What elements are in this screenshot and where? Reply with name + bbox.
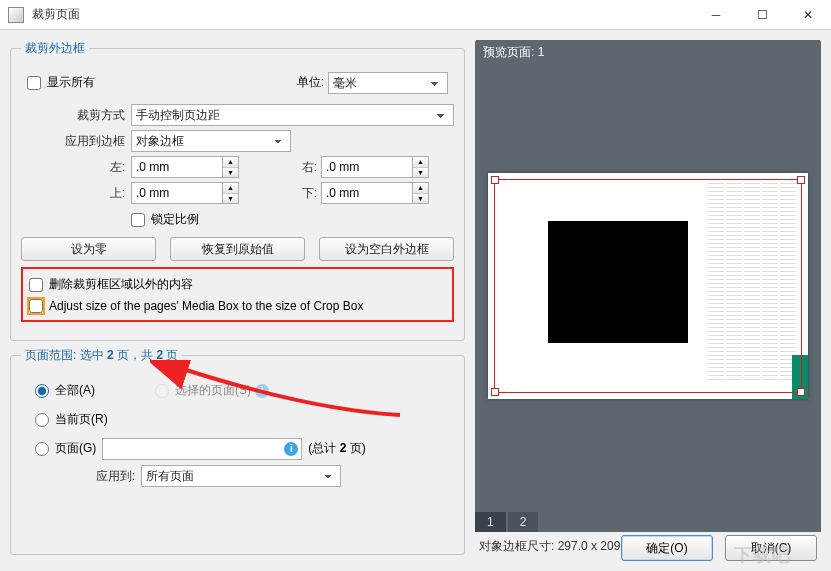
crop-handle-bl[interactable] [491,388,499,396]
show-all-checkbox[interactable]: 显示所有 [27,71,95,94]
crop-handle-tl[interactable] [491,176,499,184]
restore-original-button[interactable]: 恢复到原始值 [170,237,305,261]
info-icon[interactable]: i [255,384,269,398]
left-label: 左: [21,159,131,176]
minimize-button[interactable]: ─ [693,0,739,30]
set-blank-border-button[interactable]: 设为空白外边框 [319,237,454,261]
close-button[interactable]: ✕ [785,0,831,30]
ok-button[interactable]: 确定(O) [621,535,713,561]
crop-method-select[interactable]: 手动控制页边距 [131,104,454,126]
apply-to-border-select[interactable]: 对象边框 [131,130,291,152]
crop-frame[interactable] [494,179,802,393]
radio-selected[interactable]: 选择的页面(S)i [155,378,269,403]
left-spin[interactable]: ▲▼ [131,156,239,178]
radio-pages[interactable]: 页面(G) [35,436,96,461]
radio-current[interactable]: 当前页(R) [35,407,108,432]
crop-method-label: 裁剪方式 [21,107,131,124]
pages-input[interactable] [102,438,302,460]
window-title: 裁剪页面 [32,6,693,23]
preview-tab-1[interactable]: 1 [475,512,506,532]
apply-to-border-label: 应用到边框 [21,133,131,150]
set-zero-button[interactable]: 设为零 [21,237,156,261]
unit-select[interactable]: 毫米 [328,72,448,94]
preview-page-tabs: 1 2 [475,512,821,532]
crop-handle-tr[interactable] [797,176,805,184]
right-label: 右: [239,159,321,176]
crop-outer-border-group: 裁剪外边框 显示所有 单位: 毫米 裁剪方式 手动控制页边距 [10,40,465,341]
preview-tab-2[interactable]: 2 [508,512,539,532]
maximize-button[interactable]: ☐ [739,0,785,30]
bottom-label: 下: [239,185,321,202]
title-bar: 裁剪页面 ─ ☐ ✕ [0,0,831,30]
apply-to-select[interactable]: 所有页面 [141,465,341,487]
total-pages-label: (总计 2 页) [308,440,365,457]
delete-outside-checkbox[interactable]: 删除裁剪框区域以外的内容 [29,273,446,296]
lock-ratio-checkbox[interactable]: 锁定比例 [131,208,199,231]
group-legend: 裁剪外边框 [21,40,89,57]
preview-header: 预览页面: 1 [475,40,821,65]
info-icon[interactable]: i [284,442,298,456]
right-spin[interactable]: ▲▼ [321,156,429,178]
page-range-group: 页面范围: 选中 2 页，共 2 页 全部(A) 选择的页面(S)i 当前页(R… [10,347,465,555]
adjust-mediabox-checkbox[interactable]: Adjust size of the pages' Media Box to t… [29,296,446,316]
top-spin[interactable]: ▲▼ [131,182,239,204]
app-icon [8,7,24,23]
unit-label: 单位: [297,74,324,91]
preview-area [475,65,821,512]
page-preview[interactable] [488,173,808,399]
apply-to-label: 应用到: [21,468,141,485]
radio-all[interactable]: 全部(A) [35,378,95,403]
crop-handle-br[interactable] [797,388,805,396]
bottom-spin[interactable]: ▲▼ [321,182,429,204]
highlighted-options: 删除裁剪框区域以外的内容 Adjust size of the pages' M… [21,267,454,322]
cancel-button[interactable]: 取消(C) [725,535,817,561]
top-label: 上: [21,185,131,202]
page-range-legend: 页面范围: 选中 2 页，共 2 页 [21,347,182,364]
